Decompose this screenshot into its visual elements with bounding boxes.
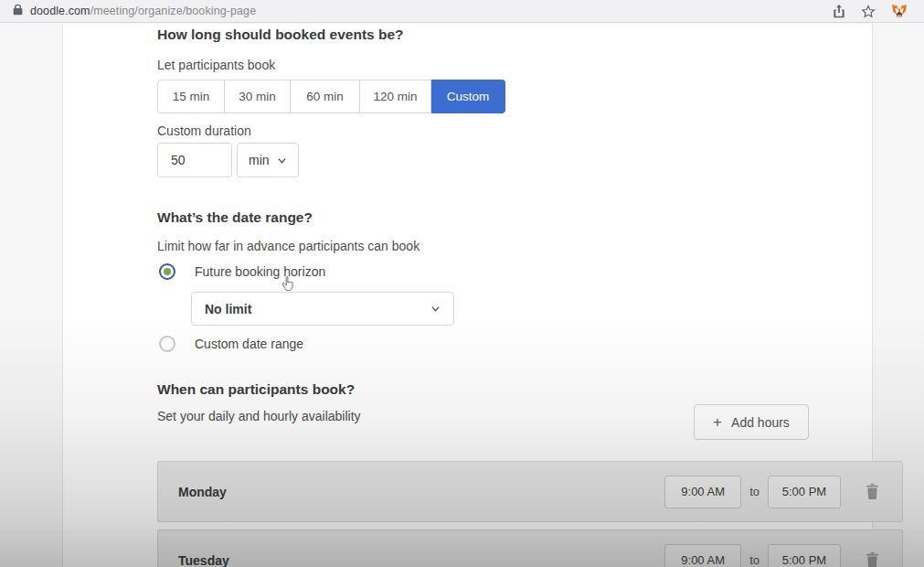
browser-address-bar: doodle.com/meeting/organize/booking-page [0,0,924,23]
address-bar[interactable]: doodle.com/meeting/organize/booking-page [13,3,833,19]
metamask-extension-icon[interactable] [891,4,908,18]
chevron-down-icon [430,304,441,314]
future-booking-horizon-option: Future booking horizon [159,263,325,280]
add-hours-label: Add hours [731,415,790,430]
custom-date-range-label: Custom date range [195,337,303,351]
monday-end-time-input[interactable]: 5:00 PM [768,476,841,508]
tuesday-delete-button[interactable] [866,551,879,567]
to-label: to [749,485,759,498]
custom-duration-label: Custom duration [157,123,251,138]
unit-value: min [249,153,270,167]
day-label: Tuesday [178,553,664,567]
custom-duration-input[interactable] [157,143,232,177]
custom-date-range-radio[interactable] [159,336,175,352]
date-range-subtitle: Limit how far in advance participants ca… [157,239,420,253]
share-icon[interactable] [833,4,845,18]
url-domain: doodle.com [30,5,90,17]
add-hours-button[interactable]: + Add hours [694,404,809,440]
trash-icon [866,551,879,567]
availability-heading: When can participants book? [157,381,355,398]
duration-section-heading: How long should booked events be? [157,27,404,43]
tuesday-start-time-input[interactable]: 9:00 AM [664,544,741,567]
future-booking-horizon-radio[interactable] [159,263,175,280]
future-booking-horizon-label: Future booking horizon [195,264,325,279]
page-background: How long should booked events be? Let pa… [0,24,924,567]
bookmark-star-icon[interactable] [861,5,876,18]
booking-horizon-select[interactable]: No limit [191,292,454,326]
duration-segmented-control: 15 min 30 min 60 min 120 min Custom [157,80,505,113]
availability-row-tuesday: Tuesday 9:00 AM to 5:00 PM [157,530,903,567]
chevron-down-icon [277,155,287,166]
horizon-value: No limit [205,302,251,316]
custom-date-range-option: Custom date range [159,336,303,352]
date-range-heading: What’s the date range? [157,209,313,226]
availability-subtitle: Set your daily and hourly availability [157,409,361,423]
duration-option-15min[interactable]: 15 min [157,80,225,113]
to-label: to [749,553,759,567]
mouse-pointer-cursor [281,275,296,296]
availability-row-monday: Monday 9:00 AM to 5:00 PM [157,461,903,522]
day-label: Monday [178,485,664,499]
monday-start-time-input[interactable]: 9:00 AM [664,476,741,508]
plus-icon: + [713,414,722,430]
url-text: doodle.com/meeting/organize/booking-page [30,5,256,17]
duration-option-60min[interactable]: 60 min [291,80,360,113]
settings-card: How long should booked events be? Let pa… [62,24,873,567]
trash-icon [866,483,879,500]
url-path: /meeting/organize/booking-page [90,5,257,17]
custom-duration-unit-select[interactable]: min [237,143,299,177]
monday-delete-button[interactable] [866,483,879,500]
duration-option-custom[interactable]: Custom [431,80,505,113]
lock-icon [13,3,23,19]
duration-section-label: Let participants book [157,58,275,72]
tuesday-end-time-input[interactable]: 5:00 PM [768,544,841,567]
duration-option-120min[interactable]: 120 min [360,80,431,113]
duration-option-30min[interactable]: 30 min [225,80,291,113]
